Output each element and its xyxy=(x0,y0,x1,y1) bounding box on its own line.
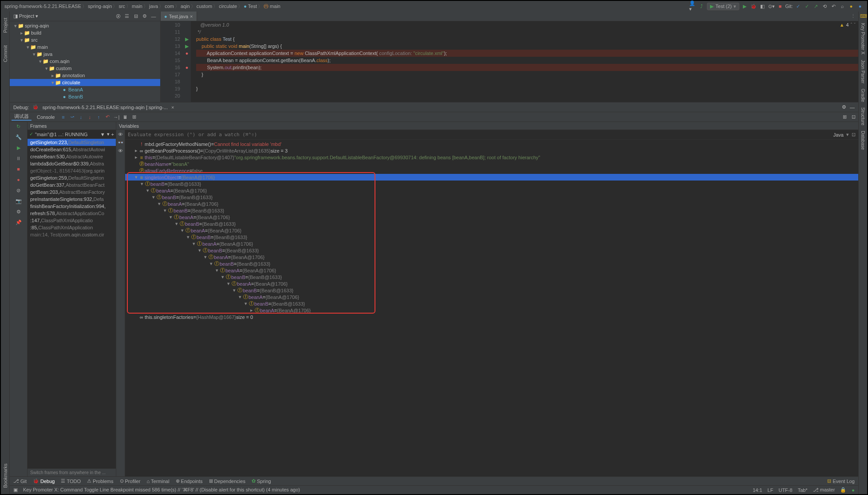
tree-row[interactable]: ▸📁build xyxy=(10,29,160,36)
var-row[interactable]: ▾ⓕ beanA = {BeanA@1706} xyxy=(125,267,858,274)
debug-icon[interactable]: 🐞 xyxy=(750,4,757,9)
bt-problems[interactable]: ⚠Problems xyxy=(87,478,113,484)
search-icon[interactable]: ⌕ xyxy=(839,4,846,9)
bt-terminal[interactable]: ⌂Terminal xyxy=(146,479,169,484)
var-row[interactable]: ▾ⓕ beanA = {BeanA@1706} xyxy=(125,187,858,194)
stop-debug-icon[interactable]: ■ xyxy=(15,166,22,173)
new-watch-icon[interactable]: 👁 xyxy=(118,132,123,137)
frame-row[interactable]: finishBeanFactoryInitialization:994, xyxy=(28,203,116,210)
var-row[interactable]: ▾ⓕ beanB = {BeanB@1633} xyxy=(125,260,858,267)
trace-icon[interactable]: ⊞ xyxy=(131,114,137,120)
frame-row[interactable]: refresh:578, AbstractApplicationCo xyxy=(28,210,116,217)
eval-lang[interactable]: Java xyxy=(833,132,844,138)
var-row[interactable]: ▾ⓕ beanB = {BeanB@1633} xyxy=(125,274,858,280)
breadcrumb-segment[interactable]: com xyxy=(165,4,174,9)
bt-spring[interactable]: ✿Spring xyxy=(252,478,271,484)
gutter-project[interactable]: Project xyxy=(3,16,8,35)
var-row[interactable]: ▸≡ this = {DefaultListableBeanFactory@14… xyxy=(125,154,858,161)
close-debug-icon[interactable]: × xyxy=(171,105,174,110)
variables-tree[interactable]: ! mbd.getFactoryMethodName() = Cannot fi… xyxy=(125,140,858,476)
add-frame-icon[interactable]: + xyxy=(111,132,114,137)
gutter-database[interactable]: Database xyxy=(860,129,865,152)
var-row[interactable]: ▾≡ singletonObject = {BeanA@1706} xyxy=(125,174,858,181)
var-row[interactable]: ⓟ allowEarlyReference = false xyxy=(125,167,858,174)
resume-icon[interactable]: ▶ xyxy=(15,145,22,152)
gutter-bookmarks[interactable]: Bookmarks xyxy=(3,462,8,490)
breadcrumb-segment[interactable]: circulate xyxy=(219,4,237,9)
inspection-up-icon[interactable]: ˆ xyxy=(851,22,852,28)
breadcrumb-segment[interactable]: src xyxy=(118,4,125,9)
view-breakpoints-icon[interactable]: ● xyxy=(15,177,22,184)
build-icon[interactable]: ⤴ xyxy=(698,4,705,9)
frame-row[interactable]: getBean:203, AbstractBeanFactory xyxy=(28,189,116,196)
frame-row[interactable]: createBean:530, AbstractAutowire xyxy=(28,153,116,160)
close-tab-icon[interactable]: × xyxy=(190,14,193,19)
gutter-jsonparser[interactable]: Json Parser xyxy=(860,58,865,85)
run-config-selector[interactable]: ▶Test (2)▾ xyxy=(707,3,739,10)
git-revert-icon[interactable]: ↶ xyxy=(830,4,837,9)
status-sync-icon[interactable]: ● xyxy=(852,487,855,493)
tree-row[interactable]: ●Test xyxy=(10,100,160,102)
profile-icon[interactable]: ⊙▾ xyxy=(768,4,775,9)
tree-row[interactable]: ▾📁com.aqin xyxy=(10,58,160,65)
var-row[interactable]: ▾ⓕ beanB = {BeanB@1633} xyxy=(125,181,858,187)
var-row[interactable]: ▾ⓕ beanB = {BeanB@1633} xyxy=(125,207,858,214)
frame-row[interactable]: lambda$doGetBean$0:339, Abstra xyxy=(28,160,116,167)
bt-eventlog[interactable]: ⊟Event Log xyxy=(827,478,855,484)
status-lock-icon[interactable]: 🔒 xyxy=(840,487,846,493)
inspection-down-icon[interactable]: ˇ xyxy=(854,22,856,28)
bt-endpoints[interactable]: ⊕Endpoints xyxy=(176,478,203,484)
tree-row[interactable]: ▸📁annotation xyxy=(10,72,160,79)
tree-row[interactable]: ▾📁java xyxy=(10,51,160,58)
coverage-icon[interactable]: ◧ xyxy=(759,4,766,9)
tree-row[interactable]: ▾📁spring-aqin xyxy=(10,22,160,29)
tree-row[interactable]: ▾📁custom xyxy=(10,65,160,72)
status-lf[interactable]: LF xyxy=(768,487,773,493)
var-row[interactable]: ▾ⓕ beanA = {BeanA@1706} xyxy=(125,214,858,220)
var-row[interactable]: ▾ⓕ beanB = {BeanB@1633} xyxy=(125,247,858,254)
settings-debug-icon[interactable]: ⚙ xyxy=(15,209,22,216)
ide-settings-icon[interactable]: ● xyxy=(848,4,855,9)
bt-debug[interactable]: 🐞Debug xyxy=(33,478,55,484)
warning-icon[interactable]: ▲ xyxy=(840,22,844,28)
debug-config-name[interactable]: spring-framework-5.2.21.RELEASE:spring-a… xyxy=(42,105,167,110)
hide-icon[interactable]: — xyxy=(150,14,157,19)
pause-icon[interactable]: ⏸ xyxy=(15,156,22,163)
var-row[interactable]: ▾ⓕ beanA = {BeanA@1706} xyxy=(125,200,858,207)
var-row[interactable]: ! mbd.getFactoryMethodName() = Cannot fi… xyxy=(125,141,858,147)
step-over-icon[interactable]: ⤻ xyxy=(69,114,75,120)
rerun-icon[interactable]: ↻ xyxy=(15,124,22,131)
evaluate-input[interactable] xyxy=(128,132,831,138)
frame-row[interactable]: :147, ClassPathXmlApplicatio xyxy=(28,217,116,224)
status-pos[interactable]: 14:1 xyxy=(753,487,762,493)
frame-row[interactable]: preInstantiateSingletons:932, Defa xyxy=(28,196,116,203)
frame-row[interactable]: getObject:-1, 815674463 (org.sprin xyxy=(28,167,116,174)
breadcrumb-segment[interactable]: aqin xyxy=(181,4,190,9)
tree-row[interactable]: ●BeanB xyxy=(10,93,160,100)
dropdown-icon[interactable]: ▾ xyxy=(107,131,110,137)
git-history-icon[interactable]: ⟲ xyxy=(821,4,828,9)
tab-debugger[interactable]: 调试器 xyxy=(12,113,32,121)
thread-selector[interactable]: ✓ "main"@1 ...: RUNNING ▼ ▾ + xyxy=(28,130,116,139)
debug-settings-icon[interactable]: ⚙ xyxy=(842,104,846,110)
status-tab[interactable]: Tab* xyxy=(798,487,808,493)
var-row[interactable]: ▾ⓕ beanB = {BeanB@1633} xyxy=(125,220,858,227)
var-row[interactable]: ▸ⓕ beanA = {BeanA@1706} xyxy=(125,307,858,314)
status-branch[interactable]: ⎇ master xyxy=(813,487,835,493)
status-enc[interactable]: UTF-8 xyxy=(778,487,792,493)
tab-console[interactable]: Console xyxy=(34,114,57,120)
var-row[interactable]: ▾ⓕ beanB = {BeanB@1633} xyxy=(125,287,858,294)
run-to-cursor-icon[interactable]: →| xyxy=(113,114,119,120)
frame-row[interactable]: getSingleton:223, DefaultSingleton xyxy=(28,139,116,146)
expand-icon[interactable]: ☰ xyxy=(124,13,130,19)
frame-row[interactable]: doGetBean:337, AbstractBeanFact xyxy=(28,181,116,189)
modify-run-icon[interactable]: 🔧 xyxy=(15,134,22,141)
project-tree[interactable]: ▾📁spring-aqin▸📁build▾📁src▾📁main▾📁java▾📁c… xyxy=(10,21,160,102)
frames-list[interactable]: getSingleton:223, DefaultSingletondoCrea… xyxy=(28,139,116,468)
editor-more-icon[interactable]: ⋮ xyxy=(848,13,858,19)
bt-git[interactable]: ⎇Git xyxy=(13,478,27,484)
tree-row[interactable]: ▾📁circulate xyxy=(10,79,160,86)
breadcrumb-segment[interactable]: spring-aqin xyxy=(88,4,112,9)
frame-row[interactable]: doCreateBean:615, AbstractAutowi xyxy=(28,146,116,153)
frame-row[interactable]: :85, ClassPathXmlApplication xyxy=(28,224,116,231)
